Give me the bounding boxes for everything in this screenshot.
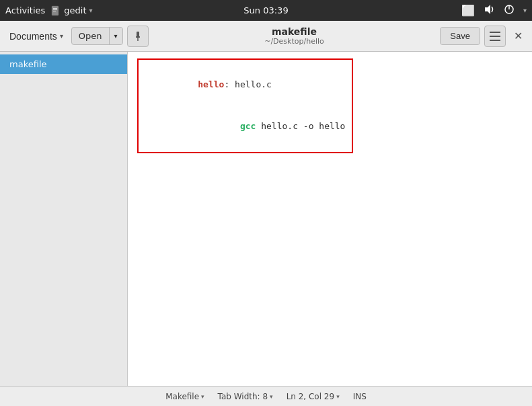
svg-rect-7 <box>137 32 139 37</box>
main-content: makefile hello: hello.c gcc hello.c -o h… <box>0 52 532 386</box>
position-label: Ln 2, Col 29 <box>287 392 335 401</box>
system-dropdown-icon[interactable]: ▾ <box>523 7 527 14</box>
svg-rect-1 <box>53 8 57 9</box>
position-arrow: ▾ <box>336 393 340 400</box>
activities-button[interactable]: Activities <box>5 5 45 15</box>
screen-icon[interactable]: ⬜ <box>461 4 475 17</box>
statusbar: Makefile ▾ Tab Width: 8 ▾ Ln 2, Col 29 ▾… <box>0 386 532 406</box>
svg-rect-10 <box>490 32 500 33</box>
pin-button[interactable] <box>127 26 149 47</box>
app-name-label: gedit <box>64 5 86 15</box>
power-icon[interactable] <box>503 3 515 18</box>
save-button[interactable]: Save <box>440 27 480 45</box>
filetype-arrow: ▾ <box>201 393 204 400</box>
documents-button[interactable]: Documents ▾ <box>5 28 67 44</box>
filetype-label: Makefile <box>165 392 199 401</box>
svg-rect-2 <box>53 9 57 10</box>
topbar-left: Activities gedit ▾ <box>5 5 93 16</box>
pin-icon <box>132 31 143 42</box>
documents-dropdown-icon: ▾ <box>60 32 63 40</box>
code-indent <box>198 121 240 131</box>
svg-rect-8 <box>136 36 140 38</box>
svg-rect-11 <box>490 36 500 37</box>
sidebar-item-makefile[interactable]: makefile <box>0 54 127 74</box>
open-button[interactable]: Open ▾ <box>71 27 123 45</box>
tab-path: ~/Desktop/hello <box>264 37 324 46</box>
code-block: hello: hello.c gcc hello.c -o hello <box>137 58 353 153</box>
close-button[interactable]: ✕ <box>510 27 527 45</box>
tab-title: makefile <box>272 26 317 37</box>
code-key: hello <box>198 79 224 89</box>
sidebar: makefile <box>0 52 128 386</box>
tabwidth-selector[interactable]: Tab Width: 8 ▾ <box>218 392 273 401</box>
top-bar: Activities gedit ▾ Sun 03:39 ⬜ <box>0 0 532 21</box>
gedit-icon <box>50 5 61 16</box>
toolbar: Documents ▾ Open ▾ makefile ~/Desktop/he… <box>0 21 532 52</box>
code-colon: : hello.c <box>224 79 271 89</box>
svg-rect-12 <box>490 40 500 41</box>
tabwidth-label: Tab Width: 8 <box>218 392 268 401</box>
ins-label: INS <box>353 392 367 401</box>
code-command: gcc <box>240 121 256 131</box>
tab-area: makefile ~/Desktop/hello <box>153 26 436 46</box>
filetype-selector[interactable]: Makefile ▾ <box>165 392 204 401</box>
svg-marker-4 <box>485 5 490 14</box>
open-dropdown-icon[interactable]: ▾ <box>110 29 122 43</box>
clock-label: Sun 03:39 <box>243 5 288 15</box>
editor-area[interactable]: hello: hello.c gcc hello.c -o hello <box>128 52 532 386</box>
topbar-right: ⬜ ▾ <box>461 3 527 18</box>
tabwidth-arrow: ▾ <box>270 393 273 400</box>
code-line-2: gcc hello.c -o hello <box>145 106 345 147</box>
hamburger-button[interactable] <box>484 26 506 47</box>
app-section: gedit ▾ <box>50 5 92 16</box>
documents-label: Documents <box>9 31 57 42</box>
position-selector[interactable]: Ln 2, Col 29 ▾ <box>287 392 340 401</box>
hamburger-icon <box>490 32 500 41</box>
code-args: hello.c -o hello <box>256 121 345 131</box>
app-dropdown-icon[interactable]: ▾ <box>89 7 93 14</box>
svg-rect-3 <box>53 11 56 11</box>
code-line-1: hello: hello.c <box>145 64 345 106</box>
volume-icon[interactable] <box>483 3 495 18</box>
editor-content[interactable]: hello: hello.c gcc hello.c -o hello <box>128 52 532 386</box>
open-label: Open <box>72 28 110 44</box>
